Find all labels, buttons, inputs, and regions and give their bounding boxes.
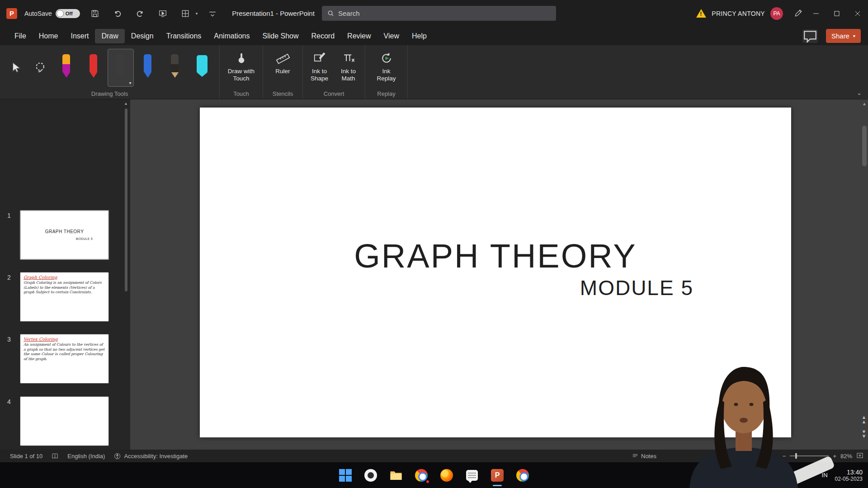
chat-app-button[interactable]	[465, 468, 479, 483]
canvas-scrollbar[interactable]	[862, 126, 867, 166]
input-language-indicator[interactable]: IN	[822, 472, 828, 479]
collapse-ribbon-button[interactable]: ⌄	[857, 89, 862, 96]
zoom-percent[interactable]: 82%	[840, 453, 852, 460]
spell-check-button[interactable]	[52, 453, 58, 460]
thumbnail-panel-scrollbar[interactable]	[125, 108, 127, 291]
slide-indicator[interactable]: Slide 1 of 10	[10, 453, 42, 460]
chat-bubble-icon	[466, 470, 478, 481]
button-label: Ruler	[275, 68, 290, 75]
file-explorer-button[interactable]	[389, 468, 403, 483]
draw-with-touch-button[interactable]: Draw with Touch	[223, 49, 259, 85]
notes-button[interactable]: Notes	[632, 453, 656, 460]
ink-to-shape-button[interactable]: Ink to Shape	[305, 49, 334, 85]
tab-record[interactable]: Record	[305, 29, 341, 43]
select-tool-button[interactable]	[5, 50, 28, 86]
chrome-browser-2-button[interactable]	[515, 468, 530, 483]
slide-thumbnail-4[interactable]	[20, 396, 109, 446]
ink-title: Graph Coloring	[24, 275, 105, 280]
comments-button[interactable]	[802, 29, 818, 43]
pen-black-selected[interactable]: ▾	[108, 49, 134, 87]
tab-draw[interactable]: Draw	[95, 29, 124, 43]
search-placeholder: Search	[338, 9, 360, 17]
autosave-control[interactable]: AutoSave Off	[24, 9, 80, 18]
slide-title-text[interactable]: GRAPH THEORY	[200, 237, 791, 275]
accessibility-label: Accessibility: Investigate	[124, 453, 188, 460]
language-label: English (India)	[67, 453, 105, 460]
next-slide-button[interactable]: ▼▼	[860, 429, 868, 438]
pencil-black[interactable]	[162, 49, 188, 87]
scroll-up-icon[interactable]: ▲	[124, 101, 128, 106]
camera-app-button[interactable]	[363, 468, 378, 483]
chevron-down-icon[interactable]: ▾	[129, 80, 131, 85]
previous-slide-button[interactable]: ▲▲	[860, 415, 868, 424]
language-indicator[interactable]: English (India)	[67, 453, 105, 460]
fit-slide-to-window-button[interactable]	[856, 452, 863, 460]
tab-view[interactable]: View	[377, 29, 406, 43]
redo-button[interactable]	[132, 6, 148, 21]
group-label-convert: Convert	[303, 90, 365, 97]
avatar[interactable]: PA	[770, 7, 783, 20]
user-name[interactable]: PRINCY ANTONY	[712, 10, 765, 17]
powerpoint-logo-icon[interactable]: P	[6, 8, 17, 19]
pen-blue[interactable]	[135, 49, 161, 87]
zoom-slider[interactable]	[790, 455, 829, 456]
cursor-arrow-icon	[9, 61, 23, 75]
customize-quick-access-button[interactable]	[205, 6, 220, 21]
slide-number: 3	[7, 336, 11, 343]
search-icon	[327, 10, 334, 17]
zoom-out-button[interactable]: −	[783, 453, 786, 460]
warning-icon[interactable]	[696, 9, 706, 18]
tab-transitions[interactable]: Transitions	[160, 29, 208, 43]
chevron-down-icon[interactable]: ▾	[196, 11, 198, 16]
slide-thumbnail-2[interactable]: Graph Coloring Graph Coloring is an assi…	[20, 272, 109, 322]
chrome-browser-button[interactable]	[414, 468, 429, 483]
slide-thumbnail-3[interactable]: Vertex Coloring An assignment of Colours…	[20, 334, 109, 384]
close-button[interactable]	[847, 0, 868, 27]
tab-animations[interactable]: Animations	[208, 29, 256, 43]
minimize-button[interactable]	[806, 0, 826, 27]
notification-badge	[425, 479, 430, 484]
slide-subtitle-text[interactable]: MODULE 5	[580, 276, 693, 300]
autosave-state: Off	[66, 11, 73, 16]
autosave-toggle[interactable]: Off	[56, 9, 80, 18]
pen-red[interactable]	[80, 49, 107, 87]
current-slide[interactable]: GRAPH THEORY MODULE 5	[200, 108, 791, 437]
ink-to-math-button[interactable]: Ink to Math	[334, 49, 363, 85]
pen-galaxy[interactable]	[53, 49, 80, 87]
scroll-up-icon[interactable]: ▲	[862, 101, 867, 106]
search-input[interactable]: Search	[322, 6, 556, 21]
maximize-icon	[834, 10, 840, 17]
chevron-down-icon[interactable]: ▾	[853, 33, 855, 38]
highlighter-cyan[interactable]	[189, 49, 215, 87]
tab-insert[interactable]: Insert	[64, 29, 95, 43]
ruler-button[interactable]: Ruler	[269, 49, 297, 78]
tab-help[interactable]: Help	[406, 29, 433, 43]
firefox-icon	[440, 469, 453, 482]
clock[interactable]: 13:40 02-05-2023	[835, 469, 863, 482]
inking-pen-button[interactable]	[790, 6, 806, 21]
lasso-select-button[interactable]	[29, 50, 52, 86]
group-label-touch: Touch	[220, 90, 263, 97]
maximize-button[interactable]	[826, 0, 847, 27]
share-button[interactable]: Share ▾	[826, 29, 861, 43]
tab-slide-show[interactable]: Slide Show	[256, 29, 305, 43]
pen-icon	[90, 54, 97, 78]
zoom-slider-thumb[interactable]	[795, 453, 797, 459]
add-table-button[interactable]	[178, 6, 193, 21]
ribbon-group-replay: Ink Replay Replay	[365, 45, 408, 99]
tab-design[interactable]: Design	[125, 29, 160, 43]
save-button[interactable]	[87, 6, 103, 21]
zoom-in-button[interactable]: +	[833, 453, 836, 460]
tab-review[interactable]: Review	[341, 29, 377, 43]
slide-thumbnail-1[interactable]: GRAPH THEORY MODULE 5	[20, 210, 109, 260]
firefox-browser-button[interactable]	[439, 468, 454, 483]
chrome-icon	[516, 469, 529, 482]
ink-replay-button[interactable]: Ink Replay	[372, 49, 401, 85]
start-button[interactable]	[338, 468, 353, 483]
powerpoint-taskbar-button[interactable]: P	[490, 468, 505, 483]
start-slideshow-button[interactable]	[155, 6, 170, 21]
accessibility-checker[interactable]: Accessibility: Investigate	[114, 453, 188, 460]
undo-button[interactable]	[110, 6, 125, 21]
tab-home[interactable]: Home	[33, 29, 65, 43]
tab-file[interactable]: File	[8, 29, 33, 43]
